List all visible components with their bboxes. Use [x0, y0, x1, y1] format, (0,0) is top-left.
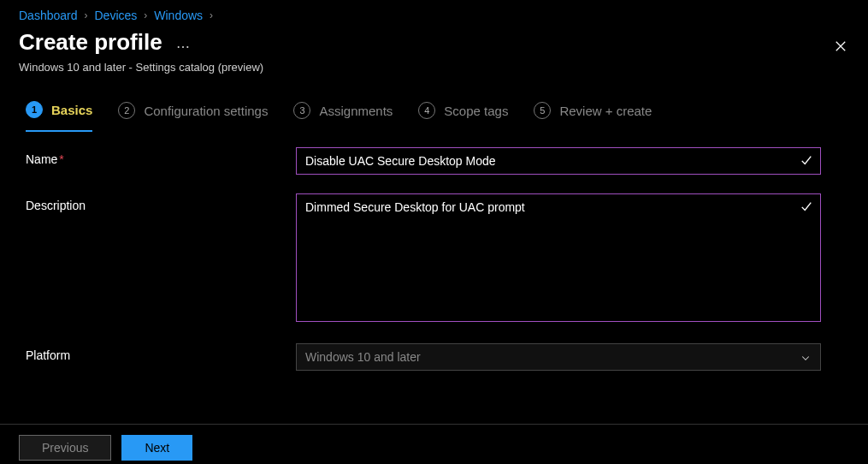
step-basics[interactable]: 1 Basics: [26, 101, 92, 132]
step-assignments[interactable]: 3 Assignments: [293, 101, 393, 132]
checkmark-icon: [800, 154, 812, 169]
step-number-icon: 3: [293, 102, 310, 119]
label-platform: Platform: [26, 343, 296, 362]
row-description: Description: [26, 193, 842, 324]
field-wrap-platform: Windows 10 and later: [296, 343, 821, 371]
step-scope-tags[interactable]: 4 Scope tags: [418, 101, 508, 132]
more-icon[interactable]: ⋯: [176, 39, 192, 54]
label-name: Name*: [26, 147, 296, 166]
step-number-icon: 2: [118, 102, 135, 119]
field-wrap-name: [296, 147, 821, 175]
chevron-right-icon: ›: [210, 9, 213, 21]
description-input[interactable]: [296, 193, 821, 322]
step-label: Assignments: [319, 104, 393, 118]
breadcrumb: Dashboard › Devices › Windows ›: [0, 0, 868, 27]
chevron-down-icon: [800, 352, 811, 366]
breadcrumb-link-devices[interactable]: Devices: [95, 9, 138, 22]
wizard-steps: 1 Basics 2 Configuration settings 3 Assi…: [0, 82, 868, 132]
close-icon: [835, 40, 847, 52]
platform-value: Windows 10 and later: [305, 350, 421, 364]
field-wrap-description: [296, 193, 821, 324]
row-platform: Platform Windows 10 and later: [26, 343, 842, 371]
label-description: Description: [26, 193, 296, 212]
step-number-icon: 5: [534, 102, 551, 119]
previous-button[interactable]: Previous: [19, 435, 111, 461]
breadcrumb-link-windows[interactable]: Windows: [154, 9, 203, 22]
step-number-icon: 1: [26, 101, 43, 118]
page-subtitle: Windows 10 and later - Settings catalog …: [19, 61, 849, 74]
chevron-right-icon: ›: [144, 9, 147, 21]
row-name: Name*: [26, 147, 842, 175]
step-configuration-settings[interactable]: 2 Configuration settings: [118, 101, 268, 132]
page-header: Create profile ⋯ Windows 10 and later - …: [0, 27, 868, 82]
step-label: Review + create: [559, 104, 652, 118]
step-review-create[interactable]: 5 Review + create: [534, 101, 652, 132]
breadcrumb-link-dashboard[interactable]: Dashboard: [19, 9, 78, 22]
name-input[interactable]: [296, 147, 821, 175]
next-button[interactable]: Next: [121, 435, 192, 461]
close-button[interactable]: [829, 34, 853, 58]
page-title: Create profile: [19, 29, 162, 56]
form-basics: Name* Description Platform Windows 10 an…: [0, 132, 868, 371]
step-number-icon: 4: [418, 102, 435, 119]
step-label: Configuration settings: [144, 104, 268, 118]
checkmark-icon: [800, 200, 812, 215]
chevron-right-icon: ›: [85, 9, 88, 21]
step-label: Basics: [51, 103, 92, 117]
footer-actions: Previous Next: [0, 424, 868, 464]
platform-select[interactable]: Windows 10 and later: [296, 343, 821, 371]
label-text: Name: [26, 152, 57, 166]
required-asterisk-icon: *: [59, 152, 63, 166]
step-label: Scope tags: [444, 104, 508, 118]
